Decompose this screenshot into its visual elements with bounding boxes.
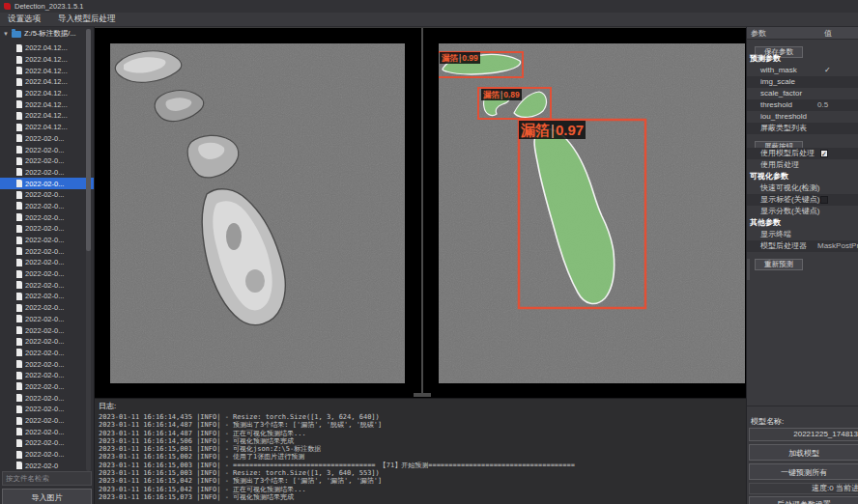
- file-item[interactable]: 2022-02-0...: [0, 167, 94, 179]
- load-model-button[interactable]: 加载模型: [749, 444, 858, 461]
- file-item[interactable]: 2022-02-0...: [0, 279, 94, 291]
- file-item[interactable]: 2022.04.12...: [0, 122, 94, 133]
- file-item[interactable]: 2022-02-0...: [0, 235, 94, 246]
- search-input[interactable]: [2, 471, 92, 486]
- file-item-label: 2022-02-0...: [25, 315, 64, 323]
- file-item[interactable]: 2022-02-0...: [0, 189, 94, 201]
- param-row[interactable]: with_mask✓: [747, 65, 858, 76]
- file-icon: [16, 225, 22, 233]
- param-label: 使用后处理: [760, 160, 799, 169]
- file-icon: [16, 439, 22, 447]
- log-panel[interactable]: 日志: 2023-01-11 16:16:14,435 |INFO| - Res…: [95, 398, 746, 504]
- file-item-label: 2022-02-0...: [25, 168, 64, 177]
- file-item[interactable]: 2022-02-0...: [0, 302, 94, 314]
- file-item[interactable]: 2022-02-0...: [0, 211, 94, 223]
- file-item[interactable]: 2022-02-0...: [0, 404, 94, 415]
- file-item[interactable]: 2022-02-0...: [0, 268, 94, 280]
- param-row[interactable]: 使用后处理: [747, 159, 858, 171]
- progress-status: 速度:0 当前进度:0: [749, 483, 858, 494]
- file-item[interactable]: 2022-02-0...: [0, 133, 94, 145]
- file-item[interactable]: 2022-02-0...: [0, 324, 94, 336]
- file-item[interactable]: 2022-02-0...: [0, 426, 94, 437]
- file-item[interactable]: 2022-02-0...: [0, 348, 94, 359]
- param-row[interactable]: threshold0.5: [747, 99, 858, 111]
- log-lines: 2023-01-11 16:16:14,435 |INFO| - Resize:…: [99, 413, 742, 501]
- file-item[interactable]: 2022.04.12...: [0, 110, 94, 122]
- file-item[interactable]: 2022-02-0...: [0, 415, 94, 427]
- param-row[interactable]: 使用模型后处理✓: [747, 148, 858, 159]
- model-name-label: 模型名称:: [751, 416, 784, 427]
- param-row[interactable]: 显示终端: [747, 229, 858, 240]
- file-item[interactable]: 2022.04.12...: [0, 42, 94, 54]
- param-row[interactable]: iou_threshold: [747, 111, 858, 123]
- file-item[interactable]: 2022-02-0...: [0, 392, 94, 404]
- import-image-button[interactable]: 导入图片: [2, 489, 92, 504]
- file-item[interactable]: 2022-02-0...: [0, 257, 94, 268]
- file-item[interactable]: 2022-02-0...: [0, 437, 94, 449]
- file-icon: [16, 247, 22, 255]
- file-tree-sidebar: ▼ Z:/5-标注数据/... 2022.04.12...2022.04.12.…: [0, 27, 95, 504]
- param-value[interactable]: 0.5: [817, 99, 828, 111]
- file-item[interactable]: 2022-02-0...: [0, 336, 94, 348]
- panel-splitter-handle[interactable]: [747, 259, 750, 280]
- predict-all-button[interactable]: 一键预测所有: [749, 463, 858, 480]
- model-name-field[interactable]: 20221225_174813: [749, 428, 858, 441]
- tree-root-folder[interactable]: ▼ Z:/5-标注数据/...: [0, 27, 94, 41]
- file-item[interactable]: 2022-02-0...: [0, 223, 94, 235]
- panel-divider-handle[interactable]: [414, 393, 431, 397]
- postprocess-settings-button[interactable]: 后处理参数设置: [749, 496, 858, 504]
- log-line: 2023-01-11 16:16:14,487 |INFO| - 预测出了3个结…: [99, 421, 742, 429]
- file-item[interactable]: 2022.04.12...: [0, 65, 94, 76]
- file-item[interactable]: 2022-02-0...: [0, 449, 94, 461]
- file-item[interactable]: 2022.04.12...: [0, 98, 94, 110]
- file-icon: [16, 349, 22, 356]
- app-icon: [4, 3, 11, 10]
- param-row[interactable]: 屏蔽类型列表: [747, 123, 858, 134]
- file-icon: [16, 428, 22, 435]
- file-item[interactable]: 2022.04.12...: [0, 54, 94, 66]
- file-item[interactable]: 2022-02-0...: [0, 201, 94, 212]
- checkbox-checked-icon[interactable]: ✓: [820, 150, 828, 157]
- param-row[interactable]: scale_factor: [747, 88, 858, 99]
- file-item-label: 2022.04.12...: [25, 77, 68, 86]
- file-item[interactable]: 2022-02-0...: [0, 291, 94, 302]
- file-item[interactable]: 2022-02-0...: [0, 155, 94, 167]
- param-row[interactable]: 显示分数(关键点): [747, 206, 858, 217]
- panel-divider[interactable]: [421, 28, 423, 395]
- log-line: 2023-01-11 16:16:15,002 |INFO| - 使用了1张图片…: [99, 453, 742, 461]
- sidebar-scrollbar[interactable]: [86, 29, 91, 471]
- param-value[interactable]: MaskPostPro: [817, 240, 858, 252]
- param-section-header: 其他参数: [747, 217, 858, 229]
- file-item[interactable]: 2022-02-0...: [0, 314, 94, 325]
- menu-item-settings[interactable]: 设置选项: [8, 14, 41, 25]
- log-line: 2023-01-11 16:16:15,001 |INFO| - 可视化json…: [99, 445, 742, 453]
- param-row[interactable]: 模型后处理器MaskPostPro: [747, 240, 858, 252]
- file-item[interactable]: 2022-02-0...: [0, 370, 94, 381]
- param-label: 可视化参数: [750, 172, 788, 181]
- file-item[interactable]: 2022-02-0: [0, 460, 94, 471]
- sidebar-scrollbar-thumb[interactable]: [86, 29, 91, 251]
- file-item[interactable]: 2022.04.12...: [0, 76, 94, 88]
- menu-item-import-postprocess[interactable]: 导入模型后处理: [58, 14, 116, 25]
- prediction-image-panel[interactable]: 漏箔|0.99 漏箔|0.89 漏箔|0.97: [439, 43, 745, 383]
- param-button[interactable]: 重新预测: [755, 259, 803, 270]
- file-item[interactable]: 2022.04.12...: [0, 88, 94, 99]
- param-row[interactable]: 显示标签(关键点): [747, 194, 858, 206]
- file-item[interactable]: 2022-02-0...: [0, 178, 94, 189]
- file-icon: [16, 90, 22, 98]
- log-line: 2023-01-11 16:16:15,042 |INFO| - 预测出了3个结…: [99, 477, 742, 485]
- file-item[interactable]: 2022-02-0...: [0, 358, 94, 370]
- checkbox-empty-icon[interactable]: [820, 196, 828, 204]
- param-row[interactable]: img_scale: [747, 76, 858, 88]
- param-label: 使用模型后处理: [760, 149, 815, 157]
- file-item-label: 2022-02-0...: [25, 134, 64, 143]
- param-row[interactable]: 快速可视化(检测): [747, 182, 858, 194]
- file-item[interactable]: 2022-02-0...: [0, 144, 94, 155]
- log-line: 2023-01-11 16:16:14,435 |INFO| - Resize:…: [99, 413, 742, 421]
- raw-image-panel[interactable]: [110, 43, 405, 383]
- expand-caret-icon[interactable]: ▼: [3, 31, 9, 37]
- file-icon: [16, 67, 22, 74]
- file-item-label: 2022-02-0...: [25, 428, 64, 436]
- file-item[interactable]: 2022-02-0...: [0, 245, 94, 257]
- file-item[interactable]: 2022-02-0...: [0, 381, 94, 393]
